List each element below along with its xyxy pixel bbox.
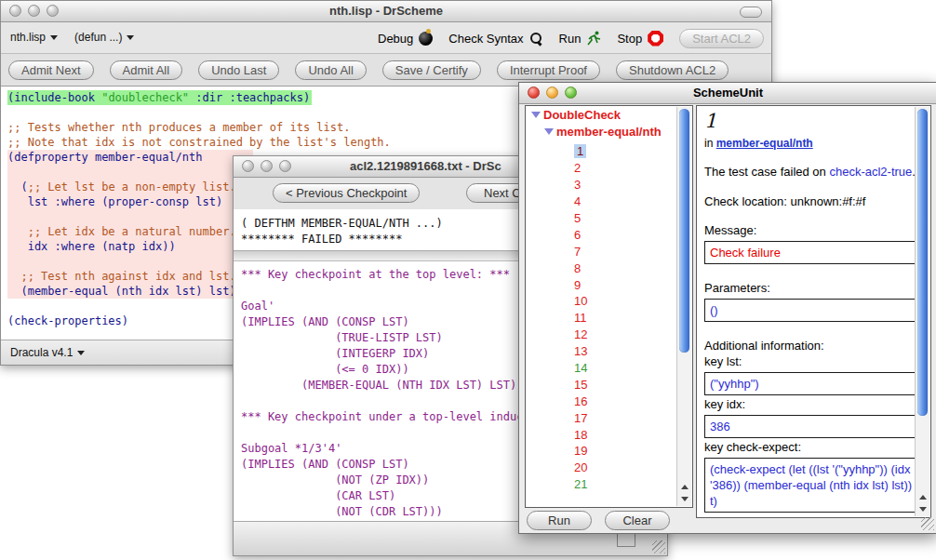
magnifier-icon — [529, 32, 543, 46]
window-title: nth.lisp - DrScheme — [1, 4, 771, 18]
code-line: ;; Test nth against idx and lst. — [7, 269, 253, 284]
start-acl2-button[interactable]: Start ACL2 — [679, 29, 764, 48]
acl2-toolbar-button[interactable]: Shutdown ACL2 — [616, 60, 729, 80]
message-field[interactable]: Check failure — [704, 241, 922, 264]
chevron-down-icon — [127, 35, 134, 40]
test-index: 1 — [704, 110, 921, 132]
scroll-down-arrow[interactable] — [677, 493, 691, 505]
close-button[interactable] — [242, 160, 254, 172]
failure-description: The test case failed on check-acl2-true. — [704, 164, 916, 180]
chevron-down-icon — [50, 35, 58, 40]
run-button[interactable]: Run — [527, 511, 592, 530]
zoom-button[interactable] — [279, 160, 291, 172]
previous-checkpoint-button[interactable]: < Previous Checkpoint — [273, 183, 420, 203]
acl2-toolbar-button[interactable]: Undo All — [295, 60, 366, 80]
key-field-value[interactable]: (check-expect (let ((lst '("yyhhp")) (id… — [704, 458, 922, 513]
resize-grip[interactable] — [921, 517, 934, 530]
toolbar-toggle-button[interactable] — [740, 7, 762, 18]
code-line: idx :where (natp idx)) — [7, 239, 253, 254]
language-dropdown[interactable]: Dracula v4.1 — [10, 346, 85, 359]
code-line — [7, 209, 253, 224]
acl2-toolbar-button[interactable]: Undo Last — [198, 60, 279, 80]
test-case-item[interactable]: 12 — [526, 327, 675, 343]
parameters-field[interactable]: () — [704, 299, 922, 322]
additional-info-label: Additional information: — [704, 339, 921, 353]
test-case-item[interactable]: 3 — [526, 177, 675, 193]
test-case-item[interactable]: 20 — [526, 460, 675, 476]
tree-item-member-equal-nth[interactable]: member-equal/nth — [544, 125, 662, 139]
parameters-label: Parameters: — [704, 281, 921, 295]
tree-item-doublecheck[interactable]: DoubleCheck — [531, 108, 621, 122]
acl2-toolbar-button[interactable]: Admit Next — [8, 60, 94, 80]
scroll-up-arrow[interactable] — [677, 481, 691, 493]
acl2-toolbar-button[interactable]: Save / Certify — [382, 60, 481, 80]
test-case-item[interactable]: 7 — [526, 243, 675, 260]
code-line: lst :where (proper-consp lst) — [7, 194, 253, 209]
key-field-label: key idx: — [704, 397, 921, 411]
check-acl2-true-ref: check-acl2-true — [829, 165, 912, 179]
resize-grip[interactable] — [652, 540, 665, 553]
bomb-icon — [419, 32, 433, 46]
detail-scrollbar[interactable] — [915, 107, 929, 516]
clear-button[interactable]: Clear — [605, 511, 670, 530]
test-case-item[interactable]: 9 — [526, 276, 675, 293]
test-case-list: 123456789101112131415161718192021 — [526, 143, 675, 493]
tree-scrollbar[interactable] — [676, 107, 691, 506]
test-detail-panel: 1 in member-equal/nth The test case fail… — [696, 105, 931, 518]
file-dropdown[interactable]: nth.lisp — [10, 31, 58, 44]
test-case-item[interactable]: 10 — [526, 293, 675, 310]
test-case-item[interactable]: 6 — [526, 226, 675, 243]
code-line: (member-equal (nth idx lst) lst)) — [7, 284, 253, 299]
runner-icon — [586, 31, 601, 46]
check-syntax-button[interactable]: Check Syntax — [448, 32, 542, 46]
defun-dropdown[interactable]: (defun ...) — [74, 31, 134, 44]
test-case-item[interactable]: 14 — [526, 360, 675, 377]
desktop: nth.lisp - DrScheme nth.lisp (defun ...)… — [0, 0, 936, 560]
drscheme-titlebar: nth.lisp - DrScheme — [1, 1, 771, 22]
stop-octagon-icon — [648, 31, 663, 47]
test-case-item[interactable]: 16 — [526, 393, 675, 409]
test-case-item[interactable]: 19 — [526, 443, 675, 460]
run-button[interactable]: Run — [559, 31, 602, 46]
disclosure-triangle-icon[interactable] — [531, 112, 541, 118]
acl2-toolbar-button[interactable]: Admit All — [110, 60, 183, 80]
window-title: SchemeUnit — [519, 86, 936, 100]
test-case-item[interactable]: 21 — [526, 476, 675, 493]
test-case-item[interactable]: 2 — [526, 160, 675, 177]
scroll-up-arrow[interactable] — [916, 491, 929, 503]
scrollbar-thumb[interactable] — [679, 109, 689, 353]
code-line — [7, 254, 253, 269]
test-case-item[interactable]: 11 — [526, 310, 675, 327]
minimize-button[interactable] — [261, 160, 273, 172]
scrollbar-thumb[interactable] — [917, 109, 928, 416]
check-location: Check location: unknown:#f:#f — [704, 194, 921, 208]
key-field-label: key check-expect: — [704, 440, 921, 454]
stop-button[interactable]: Stop — [617, 31, 663, 47]
test-case-item[interactable]: 18 — [526, 426, 675, 443]
test-case-item[interactable]: 8 — [526, 260, 675, 276]
in-label: in — [704, 137, 713, 150]
debug-button[interactable]: Debug — [378, 32, 433, 46]
additional-fields: key lst:("yyhhp")key idx:386key check-ex… — [704, 354, 921, 513]
message-label: Message: — [704, 223, 921, 237]
schemeunit-titlebar: SchemeUnit — [519, 83, 936, 104]
code-line: ;; Let idx be a natural number. — [7, 224, 253, 239]
test-group-link[interactable]: member-equal/nth — [716, 137, 813, 150]
acl2-toolbar-button[interactable]: Interrupt Proof — [497, 60, 600, 80]
schemeunit-window: SchemeUnit DoubleCheck member-equal/nth … — [518, 82, 936, 534]
key-field-value[interactable]: ("yyhhp") — [704, 372, 922, 395]
test-case-item[interactable]: 13 — [526, 343, 675, 360]
test-case-item[interactable]: 5 — [526, 210, 675, 227]
test-case-item[interactable]: 1 — [526, 143, 675, 160]
disclosure-triangle-icon[interactable] — [544, 128, 554, 135]
test-case-item[interactable]: 4 — [526, 193, 675, 210]
code-line — [7, 165, 253, 180]
test-case-item[interactable]: 17 — [526, 409, 675, 426]
key-field-value[interactable]: 386 — [704, 415, 922, 438]
test-case-item[interactable]: 15 — [526, 376, 675, 393]
key-field-label: key lst: — [704, 354, 921, 368]
code-line: (;; Let lst be a non-empty list. — [7, 180, 253, 194]
test-tree-panel: DoubleCheck member-equal/nth 12345678910… — [525, 105, 693, 508]
code-line: (defproperty member-equal/nth — [7, 150, 253, 165]
scroll-down-arrow[interactable] — [916, 503, 929, 515]
